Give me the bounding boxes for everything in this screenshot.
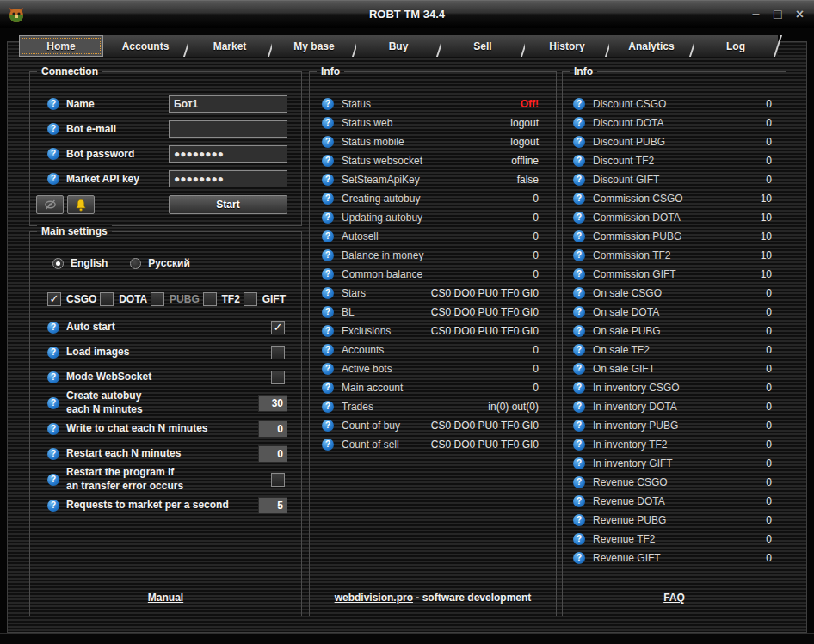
tab[interactable]: Log	[694, 35, 778, 57]
game-checkbox-option[interactable]: ✓ PUBG	[151, 292, 200, 306]
help-icon[interactable]: ?	[47, 474, 59, 486]
text-input[interactable]	[169, 170, 287, 187]
info-row: ? Revenue PUBG 0	[563, 511, 786, 530]
help-icon[interactable]: ?	[322, 136, 334, 148]
setting-label: Write to chat each N minutes	[66, 422, 207, 436]
help-icon[interactable]: ?	[573, 306, 585, 318]
help-icon[interactable]: ?	[47, 123, 59, 135]
developer-site-link[interactable]: webdivision.pro	[335, 592, 413, 604]
help-icon[interactable]: ?	[322, 230, 334, 242]
help-icon[interactable]: ?	[47, 500, 59, 512]
language-radio-option[interactable]: Русский	[130, 257, 190, 269]
start-button[interactable]: Start	[169, 195, 287, 214]
help-icon[interactable]: ?	[573, 230, 585, 242]
tab[interactable]: Sell	[441, 35, 525, 57]
help-icon[interactable]: ?	[573, 457, 585, 469]
help-icon[interactable]: ?	[573, 174, 585, 186]
help-icon[interactable]: ?	[573, 117, 585, 129]
minimize-icon[interactable]: –	[752, 4, 760, 25]
number-input[interactable]: 0	[258, 420, 287, 438]
help-icon[interactable]: ?	[322, 117, 334, 129]
text-input[interactable]	[169, 145, 287, 163]
help-icon[interactable]: ?	[47, 148, 59, 160]
number-input[interactable]: 0	[258, 445, 287, 463]
help-icon[interactable]: ?	[322, 439, 334, 451]
help-icon[interactable]: ?	[322, 420, 334, 432]
help-icon[interactable]: ?	[322, 98, 334, 110]
help-icon[interactable]: ?	[573, 439, 585, 451]
info-label: Commission PUBG	[593, 230, 681, 242]
help-icon[interactable]: ?	[47, 98, 59, 110]
info-value: 0	[766, 136, 772, 148]
text-input[interactable]	[169, 120, 287, 138]
tab[interactable]: History	[525, 35, 609, 57]
tab[interactable]: Home	[19, 35, 103, 57]
help-icon[interactable]: ?	[47, 173, 59, 185]
game-checkbox-option[interactable]: ✓ TF2	[203, 292, 240, 306]
tab[interactable]: My base	[272, 35, 356, 57]
help-icon[interactable]: ?	[322, 212, 334, 224]
help-icon[interactable]: ?	[322, 344, 334, 356]
help-icon[interactable]: ?	[573, 363, 585, 375]
checkbox[interactable]: ✓	[271, 371, 285, 384]
help-icon[interactable]: ?	[322, 382, 334, 394]
number-input[interactable]: 30	[258, 395, 287, 412]
help-icon[interactable]: ?	[573, 344, 585, 356]
help-icon[interactable]: ?	[573, 136, 585, 148]
help-icon[interactable]: ?	[322, 401, 334, 413]
help-icon[interactable]: ?	[47, 423, 59, 435]
help-icon[interactable]: ?	[573, 401, 585, 413]
help-icon[interactable]: ?	[322, 174, 334, 186]
help-icon[interactable]: ?	[573, 382, 585, 394]
help-icon[interactable]: ?	[573, 533, 585, 545]
help-icon[interactable]: ?	[47, 448, 59, 460]
help-icon[interactable]: ?	[573, 495, 585, 507]
checkbox[interactable]: ✓	[271, 321, 285, 334]
help-icon[interactable]: ?	[573, 249, 585, 261]
help-icon[interactable]: ?	[322, 155, 334, 167]
number-input[interactable]: 5	[258, 497, 287, 514]
help-icon[interactable]: ?	[573, 476, 585, 488]
help-icon[interactable]: ?	[322, 306, 334, 318]
help-icon[interactable]: ?	[573, 420, 585, 432]
checkbox[interactable]: ✓	[271, 473, 285, 487]
help-icon[interactable]: ?	[573, 287, 585, 299]
text-input[interactable]	[169, 95, 287, 113]
help-icon[interactable]: ?	[322, 363, 334, 375]
notification-bell-button[interactable]	[67, 195, 95, 214]
help-icon[interactable]: ?	[573, 325, 585, 337]
help-icon[interactable]: ?	[573, 514, 585, 526]
help-icon[interactable]: ?	[47, 371, 59, 383]
help-icon[interactable]: ?	[573, 552, 585, 564]
game-checkbox-option[interactable]: ✓ DOTA	[100, 292, 147, 306]
language-radio-option[interactable]: English	[52, 257, 108, 269]
tab[interactable]: Buy	[356, 35, 441, 57]
help-icon[interactable]: ?	[322, 268, 334, 280]
close-icon[interactable]: ×	[796, 4, 804, 25]
tab[interactable]: Analytics	[609, 35, 694, 57]
help-icon[interactable]: ?	[47, 347, 59, 359]
hide-password-button[interactable]	[36, 195, 64, 214]
help-icon[interactable]: ?	[322, 325, 334, 337]
game-checkbox-option[interactable]: ✓ GIFT	[244, 292, 286, 306]
help-icon[interactable]: ?	[322, 193, 334, 205]
tab[interactable]: Accounts	[103, 35, 188, 57]
help-icon[interactable]: ?	[322, 287, 334, 299]
manual-link[interactable]: Manual	[148, 592, 183, 604]
market-info-rows: ? Discount CSGO 0 ? Discount DOTA 0 ? Di…	[563, 72, 786, 567]
maximize-icon[interactable]: □	[774, 4, 782, 25]
help-icon[interactable]: ?	[322, 249, 334, 261]
checkbox[interactable]: ✓	[271, 346, 285, 359]
help-icon[interactable]: ?	[47, 397, 59, 409]
field-label: Bot e-mail	[66, 123, 116, 135]
help-icon[interactable]: ?	[573, 268, 585, 280]
help-icon[interactable]: ?	[573, 212, 585, 224]
help-icon[interactable]: ?	[573, 193, 585, 205]
tab[interactable]: Market	[188, 35, 272, 57]
help-icon[interactable]: ?	[573, 155, 585, 167]
help-icon[interactable]: ?	[47, 322, 59, 334]
help-icon[interactable]: ?	[573, 98, 585, 110]
game-checkbox-option[interactable]: ✓ CSGO	[47, 292, 96, 306]
settings-rows: ? Auto start ✓ ? Load images ✓ ?	[30, 315, 301, 518]
faq-link[interactable]: FAQ	[663, 592, 685, 604]
